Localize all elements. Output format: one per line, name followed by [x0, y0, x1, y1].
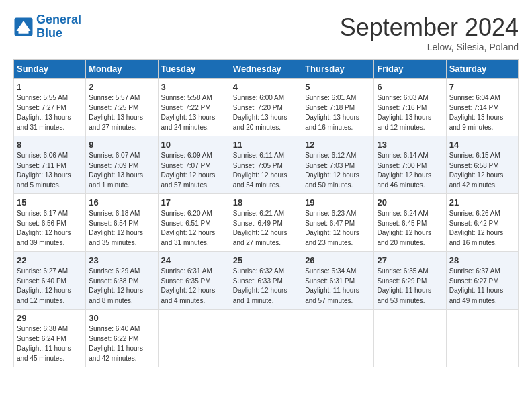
day-number: 17 [161, 197, 227, 208]
calendar-cell: 23Sunrise: 6:29 AM Sunset: 6:38 PM Dayli… [86, 252, 158, 310]
day-number: 29 [17, 313, 83, 323]
day-info: Sunrise: 6:18 AM Sunset: 6:54 PM Dayligh… [89, 209, 154, 248]
day-number: 20 [377, 197, 443, 208]
weekday-header-sunday: Sunday [14, 60, 86, 79]
calendar-cell: 15Sunrise: 6:17 AM Sunset: 6:56 PM Dayli… [14, 194, 86, 252]
weekday-header-tuesday: Tuesday [158, 60, 230, 79]
calendar-cell: 20Sunrise: 6:24 AM Sunset: 6:45 PM Dayli… [374, 194, 446, 252]
calendar-cell: 27Sunrise: 6:35 AM Sunset: 6:29 PM Dayli… [374, 252, 446, 310]
day-info: Sunrise: 6:40 AM Sunset: 6:22 PM Dayligh… [89, 324, 154, 363]
calendar-cell [374, 310, 446, 367]
logo-line1: General [36, 13, 81, 26]
day-info: Sunrise: 6:26 AM Sunset: 6:42 PM Dayligh… [449, 209, 515, 248]
calendar-week-row: 29Sunrise: 6:38 AM Sunset: 6:24 PM Dayli… [14, 310, 519, 367]
calendar-cell: 18Sunrise: 6:21 AM Sunset: 6:49 PM Dayli… [230, 194, 302, 252]
day-info: Sunrise: 6:11 AM Sunset: 7:05 PM Dayligh… [233, 151, 299, 190]
calendar-cell: 6Sunrise: 6:03 AM Sunset: 7:16 PM Daylig… [374, 79, 446, 136]
day-number: 9 [89, 140, 154, 150]
day-info: Sunrise: 6:34 AM Sunset: 6:31 PM Dayligh… [305, 267, 371, 306]
day-number: 30 [89, 313, 154, 323]
day-number: 11 [233, 140, 299, 150]
day-info: Sunrise: 6:09 AM Sunset: 7:07 PM Dayligh… [161, 151, 227, 190]
logo-text: General Blue [36, 13, 81, 40]
day-info: Sunrise: 5:57 AM Sunset: 7:25 PM Dayligh… [89, 93, 154, 132]
logo-line2: Blue [36, 26, 62, 40]
calendar-cell: 21Sunrise: 6:26 AM Sunset: 6:42 PM Dayli… [446, 194, 518, 252]
day-number: 13 [377, 140, 443, 150]
day-info: Sunrise: 6:31 AM Sunset: 6:35 PM Dayligh… [161, 267, 227, 306]
day-info: Sunrise: 6:06 AM Sunset: 7:11 PM Dayligh… [17, 151, 83, 190]
day-info: Sunrise: 6:35 AM Sunset: 6:29 PM Dayligh… [377, 267, 443, 306]
calendar-cell: 1Sunrise: 5:55 AM Sunset: 7:27 PM Daylig… [14, 79, 86, 136]
location-subtitle: Lelow, Silesia, Poland [340, 42, 519, 52]
calendar-week-row: 8Sunrise: 6:06 AM Sunset: 7:11 PM Daylig… [14, 136, 519, 194]
day-number: 18 [233, 197, 299, 208]
day-number: 19 [305, 197, 371, 208]
day-info: Sunrise: 5:58 AM Sunset: 7:22 PM Dayligh… [161, 93, 227, 132]
day-info: Sunrise: 6:27 AM Sunset: 6:40 PM Dayligh… [17, 267, 83, 306]
day-info: Sunrise: 6:15 AM Sunset: 6:58 PM Dayligh… [449, 151, 515, 190]
day-info: Sunrise: 6:24 AM Sunset: 6:45 PM Dayligh… [377, 209, 443, 248]
day-info: Sunrise: 6:14 AM Sunset: 7:00 PM Dayligh… [377, 151, 443, 190]
day-number: 10 [161, 140, 227, 150]
day-number: 27 [377, 255, 443, 265]
calendar-cell: 9Sunrise: 6:07 AM Sunset: 7:09 PM Daylig… [86, 136, 158, 194]
calendar-week-row: 22Sunrise: 6:27 AM Sunset: 6:40 PM Dayli… [14, 252, 519, 310]
title-block: September 2024 Lelow, Silesia, Poland [340, 13, 519, 52]
calendar-header-row: SundayMondayTuesdayWednesdayThursdayFrid… [14, 60, 519, 79]
day-info: Sunrise: 6:07 AM Sunset: 7:09 PM Dayligh… [89, 151, 154, 190]
calendar-cell [158, 310, 230, 367]
calendar-cell: 19Sunrise: 6:23 AM Sunset: 6:47 PM Dayli… [302, 194, 374, 252]
day-number: 28 [449, 255, 515, 265]
calendar-cell: 10Sunrise: 6:09 AM Sunset: 7:07 PM Dayli… [158, 136, 230, 194]
calendar-cell: 2Sunrise: 5:57 AM Sunset: 7:25 PM Daylig… [86, 79, 158, 136]
day-number: 12 [305, 140, 371, 150]
weekday-header-thursday: Thursday [302, 60, 374, 79]
calendar-body: 1Sunrise: 5:55 AM Sunset: 7:27 PM Daylig… [14, 79, 519, 367]
day-number: 3 [161, 82, 227, 92]
day-info: Sunrise: 6:20 AM Sunset: 6:51 PM Dayligh… [161, 209, 227, 248]
calendar-cell: 28Sunrise: 6:37 AM Sunset: 6:27 PM Dayli… [446, 252, 518, 310]
day-number: 25 [233, 255, 299, 265]
calendar-cell: 4Sunrise: 6:00 AM Sunset: 7:20 PM Daylig… [230, 79, 302, 136]
day-number: 22 [17, 255, 83, 265]
calendar-cell: 29Sunrise: 6:38 AM Sunset: 6:24 PM Dayli… [14, 310, 86, 367]
svg-rect-2 [19, 31, 29, 34]
calendar-table: SundayMondayTuesdayWednesdayThursdayFrid… [13, 59, 519, 367]
logo: General Blue [13, 13, 81, 40]
calendar-week-row: 1Sunrise: 5:55 AM Sunset: 7:27 PM Daylig… [14, 79, 519, 136]
day-info: Sunrise: 6:01 AM Sunset: 7:18 PM Dayligh… [305, 93, 371, 132]
day-info: Sunrise: 6:03 AM Sunset: 7:16 PM Dayligh… [377, 93, 443, 132]
day-info: Sunrise: 6:23 AM Sunset: 6:47 PM Dayligh… [305, 209, 371, 248]
calendar-cell: 30Sunrise: 6:40 AM Sunset: 6:22 PM Dayli… [86, 310, 158, 367]
calendar-cell: 5Sunrise: 6:01 AM Sunset: 7:18 PM Daylig… [302, 79, 374, 136]
weekday-header-monday: Monday [86, 60, 158, 79]
calendar-cell: 22Sunrise: 6:27 AM Sunset: 6:40 PM Dayli… [14, 252, 86, 310]
weekday-header-wednesday: Wednesday [230, 60, 302, 79]
page-header: General Blue September 2024 Lelow, Siles… [13, 13, 519, 52]
day-number: 26 [305, 255, 371, 265]
logo-icon [13, 17, 34, 37]
day-number: 16 [89, 197, 154, 208]
calendar-cell: 25Sunrise: 6:32 AM Sunset: 6:33 PM Dayli… [230, 252, 302, 310]
month-title: September 2024 [340, 13, 519, 42]
day-number: 7 [449, 82, 515, 92]
weekday-header-saturday: Saturday [446, 60, 518, 79]
calendar-cell: 16Sunrise: 6:18 AM Sunset: 6:54 PM Dayli… [86, 194, 158, 252]
day-info: Sunrise: 6:00 AM Sunset: 7:20 PM Dayligh… [233, 93, 299, 132]
day-number: 14 [449, 140, 515, 150]
day-info: Sunrise: 6:37 AM Sunset: 6:27 PM Dayligh… [449, 267, 515, 306]
day-info: Sunrise: 6:29 AM Sunset: 6:38 PM Dayligh… [89, 267, 154, 306]
calendar-week-row: 15Sunrise: 6:17 AM Sunset: 6:56 PM Dayli… [14, 194, 519, 252]
day-number: 1 [17, 82, 83, 92]
day-info: Sunrise: 6:12 AM Sunset: 7:03 PM Dayligh… [305, 151, 371, 190]
day-number: 21 [449, 197, 515, 208]
weekday-header-friday: Friday [374, 60, 446, 79]
calendar-cell: 14Sunrise: 6:15 AM Sunset: 6:58 PM Dayli… [446, 136, 518, 194]
day-info: Sunrise: 6:04 AM Sunset: 7:14 PM Dayligh… [449, 93, 515, 132]
calendar-cell: 8Sunrise: 6:06 AM Sunset: 7:11 PM Daylig… [14, 136, 86, 194]
calendar-cell [302, 310, 374, 367]
calendar-cell: 13Sunrise: 6:14 AM Sunset: 7:00 PM Dayli… [374, 136, 446, 194]
calendar-cell: 7Sunrise: 6:04 AM Sunset: 7:14 PM Daylig… [446, 79, 518, 136]
day-info: Sunrise: 6:38 AM Sunset: 6:24 PM Dayligh… [17, 324, 83, 363]
